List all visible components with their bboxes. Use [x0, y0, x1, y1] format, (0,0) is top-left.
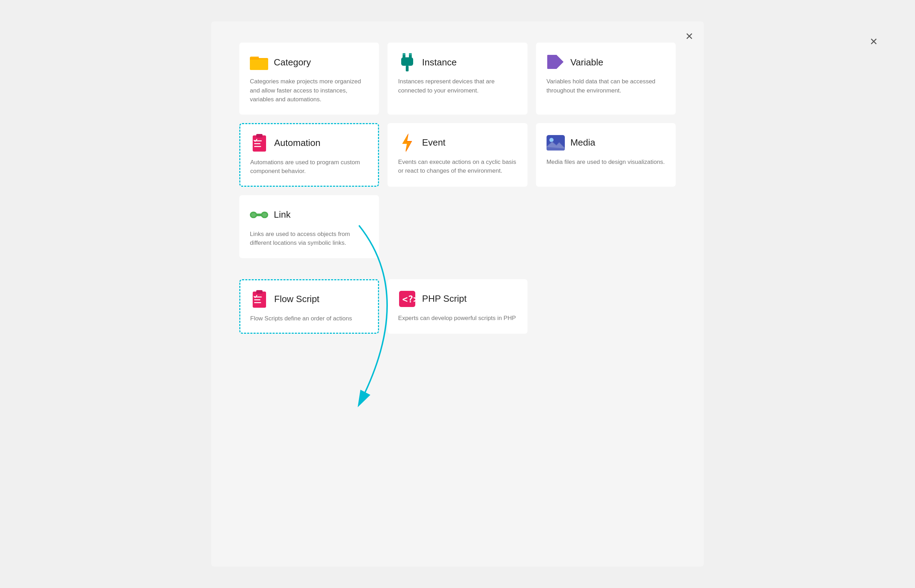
variable-card[interactable]: Variable Variables hold data that can be… — [536, 42, 676, 115]
link-icon — [250, 206, 268, 224]
top-row: Category Categories make projects more o… — [239, 42, 676, 115]
link-desc: Links are used to access objects from di… — [250, 229, 368, 247]
flow-script-icon — [250, 290, 269, 309]
automation-title: Automation — [274, 137, 321, 149]
php-script-icon: <?> — [398, 290, 416, 308]
link-title: Link — [274, 209, 291, 220]
flow-script-card-header: Flow Script — [250, 290, 368, 309]
svg-rect-11 — [256, 134, 262, 137]
category-card-header: Category — [250, 53, 368, 71]
instance-icon — [398, 53, 416, 71]
media-card[interactable]: Media Media files are used to design vis… — [536, 123, 676, 187]
scripts-row: Flow Script Flow Scripts define an order… — [239, 279, 676, 334]
variable-desc: Variables hold data that can be accessed… — [547, 77, 665, 95]
event-desc: Events can execute actions on a cyclic b… — [398, 158, 517, 176]
svg-rect-8 — [403, 53, 405, 55]
media-icon — [547, 134, 565, 152]
automation-card-header: Automation — [250, 134, 368, 152]
svg-text:<?>: <?> — [402, 294, 415, 305]
category-title: Category — [274, 57, 311, 68]
svg-rect-26 — [254, 302, 261, 303]
link-card[interactable]: Link Links are used to access objects fr… — [239, 195, 379, 258]
close-button-2[interactable]: ✕ — [867, 35, 880, 48]
media-desc: Media files are used to design visualiza… — [547, 158, 665, 167]
instance-card-header: Instance — [398, 53, 517, 71]
automation-card[interactable]: Automation Automations are used to progr… — [239, 123, 379, 187]
automation-desc: Automations are used to program custom c… — [250, 158, 368, 176]
svg-rect-14 — [254, 146, 261, 147]
middle-row: Automation Automations are used to progr… — [239, 123, 676, 187]
svg-rect-20 — [251, 213, 256, 216]
instance-desc: Instances represent devices that are con… — [398, 77, 517, 95]
flow-script-title: Flow Script — [274, 294, 319, 305]
svg-rect-23 — [256, 290, 262, 294]
automation-icon — [250, 134, 269, 152]
svg-rect-9 — [409, 53, 412, 55]
svg-rect-21 — [262, 213, 267, 216]
event-card[interactable]: Event Events can execute actions on a cy… — [387, 123, 527, 187]
category-desc: Categories make projects more organized … — [250, 77, 368, 104]
event-icon — [398, 134, 416, 152]
php-script-desc: Experts can develop powerful scripts in … — [398, 314, 517, 323]
flow-script-desc: Flow Scripts define an order of actions — [250, 314, 368, 323]
dialog: ✕ Category Cate — [211, 21, 704, 567]
event-title: Event — [422, 137, 445, 148]
svg-rect-13 — [254, 143, 261, 144]
variable-title: Variable — [570, 57, 603, 68]
category-icon — [250, 53, 268, 71]
svg-rect-6 — [401, 57, 413, 66]
svg-rect-7 — [406, 66, 408, 71]
php-script-title: PHP Script — [422, 293, 466, 304]
media-title: Media — [570, 137, 596, 148]
link-card-header: Link — [250, 206, 368, 224]
link-row: Link Links are used to access objects fr… — [239, 195, 676, 258]
svg-point-16 — [549, 138, 554, 142]
event-card-header: Event — [398, 134, 517, 152]
category-card[interactable]: Category Categories make projects more o… — [239, 42, 379, 115]
variable-icon — [547, 53, 565, 71]
svg-rect-3 — [250, 60, 268, 70]
svg-rect-19 — [256, 213, 262, 216]
media-card-header: Media — [547, 134, 665, 152]
instance-card[interactable]: Instance Instances represent devices tha… — [387, 42, 527, 115]
instance-title: Instance — [422, 57, 457, 68]
close-button[interactable]: ✕ — [683, 30, 695, 42]
php-script-card-header: <?> PHP Script — [398, 290, 517, 308]
svg-rect-25 — [254, 299, 261, 300]
php-script-card[interactable]: <?> PHP Script Experts can develop power… — [387, 279, 527, 334]
variable-card-header: Variable — [547, 53, 665, 71]
flow-script-card[interactable]: Flow Script Flow Scripts define an order… — [239, 279, 379, 334]
